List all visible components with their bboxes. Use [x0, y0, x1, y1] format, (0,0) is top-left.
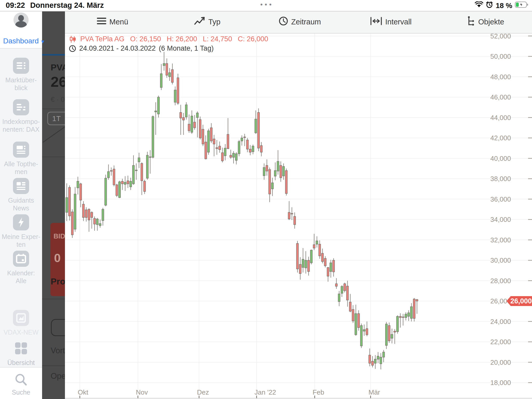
- chart-toolbar: Menü Typ Zeitraum Intervall Objekte: [65, 11, 532, 34]
- dimmed-price: 26: [51, 73, 65, 90]
- svg-text:20,000: 20,000: [490, 358, 511, 366]
- type-label: Typ: [208, 18, 221, 26]
- menu-label: Menü: [109, 18, 128, 26]
- svg-text:52,000: 52,000: [490, 33, 511, 40]
- alarm-icon: [486, 1, 493, 10]
- sidebar-item-label: Übersicht: [0, 359, 42, 367]
- dashboard-selector[interactable]: Dashboard▼: [3, 37, 45, 45]
- status-date: Donnerstag 24. März: [30, 1, 104, 10]
- sidebar-item-label: nenten: DAX: [0, 125, 42, 133]
- svg-text:Mär: Mär: [369, 388, 380, 396]
- sidebar-item-kalender[interactable]: Kalender:Alle: [0, 251, 42, 285]
- widget-tab-indicator: [42, 54, 65, 56]
- svg-text:46,000: 46,000: [490, 93, 511, 101]
- sidebar-item-label: Indexkompo-: [0, 118, 42, 125]
- svg-text:Okt: Okt: [78, 388, 88, 396]
- instrument-name: PVA TePla AG: [80, 35, 124, 43]
- candlestick-chart[interactable]: 18,00020,00022,00024,00026,00028,00030,0…: [65, 33, 532, 399]
- svg-text:38,000: 38,000: [490, 175, 511, 183]
- list-icon: [13, 58, 29, 74]
- interval-button[interactable]: Intervall: [370, 11, 412, 33]
- list-icon: [13, 99, 29, 115]
- sidebar-item-guidants-news[interactable]: GuidantsNews: [0, 178, 42, 212]
- sidebar-header: Dashboard▼: [0, 11, 42, 49]
- dimmed-section-title: Prod: [51, 276, 65, 287]
- dimmed-row-vortag: Vorta: [51, 346, 65, 355]
- sidebar-search[interactable]: Suche: [0, 367, 42, 399]
- objects-icon: [467, 16, 475, 28]
- sidebar-item-indexkomponenten[interactable]: Indexkompo-nenten: DAX: [0, 99, 42, 133]
- svg-text:Nov: Nov: [136, 388, 148, 396]
- avatar[interactable]: [14, 12, 29, 28]
- svg-text:30,000: 30,000: [490, 256, 511, 264]
- sidebar-item-label: Kalender:: [0, 269, 42, 277]
- chevron-down-icon: ▼: [40, 39, 45, 44]
- period-range: 24.09.2021 - 24.03.2022: [79, 44, 156, 52]
- chart-type-icon: [194, 17, 205, 27]
- svg-text:34,000: 34,000: [490, 216, 511, 223]
- sidebar-item-label: Meine Exper-: [0, 233, 42, 241]
- period-label: Zeitraum: [291, 18, 321, 26]
- chart-period-line: 24.09.2021 - 24.03.2022 (6 Monate, 1 Tag…: [69, 44, 214, 52]
- svg-text:18,000: 18,000: [490, 379, 511, 387]
- dimmed-dashboard-strip: PVA 26 € · 0 1T BID 0 Prod Vorta Open: [42, 11, 65, 399]
- sidebar-item-uebersicht[interactable]: Übersicht: [0, 340, 42, 367]
- svg-text:Jan '22: Jan '22: [255, 388, 276, 396]
- svg-text:Feb: Feb: [312, 388, 324, 396]
- interval-icon: [370, 17, 382, 27]
- grid-icon: [13, 353, 29, 357]
- svg-text:48,000: 48,000: [490, 73, 511, 81]
- svg-text:22,000: 22,000: [490, 338, 511, 346]
- dimmed-symbol: PVA: [51, 62, 65, 72]
- period-button[interactable]: Zeitraum: [279, 11, 321, 33]
- status-bar: 09:22 Donnerstag 24. März ••• 18 %: [0, 0, 532, 11]
- legend-low: L: 24,750: [203, 35, 232, 43]
- sidebar-item-label: Marktüber-: [0, 76, 42, 84]
- bid-label: BID: [54, 232, 65, 240]
- chart-legend-ohlc: PVA TePla AG O: 26,150 H: 26,200 L: 24,7…: [69, 35, 270, 43]
- battery-charging-icon: [515, 1, 528, 10]
- clock-icon: [279, 16, 288, 28]
- clock-icon: [69, 45, 76, 52]
- sidebar-item-alle-topthemen[interactable]: Alle Topthe-men: [0, 142, 42, 176]
- sidebar-item-label: men: [0, 168, 42, 176]
- svg-text:50,000: 50,000: [490, 52, 511, 60]
- status-time: 09:22: [6, 1, 25, 10]
- sidebar-item-label: ten: [0, 241, 42, 248]
- sidebar-item-vdax-new[interactable]: VDAX-NEW: [0, 310, 42, 336]
- newspaper-icon: [13, 142, 29, 158]
- battery-percent: 18 %: [496, 2, 512, 10]
- chart-panel[interactable]: 18,00020,00022,00024,00026,00028,00030,0…: [65, 33, 532, 399]
- svg-text:40,000: 40,000: [490, 155, 511, 162]
- bid-value: 0: [54, 251, 61, 265]
- objects-button[interactable]: Objekte: [467, 11, 504, 33]
- chart-image-icon: [13, 310, 29, 326]
- sidebar-search-label: Suche: [0, 388, 42, 396]
- svg-text:Dez: Dez: [197, 388, 209, 396]
- dimmed-currency: € · 0: [51, 96, 65, 104]
- dimmed-sparkline: [42, 112, 65, 143]
- lightning-icon: [13, 214, 29, 230]
- interval-label: Intervall: [385, 18, 412, 26]
- legend-high: H: 26,200: [167, 35, 197, 43]
- sidebar-item-label: Alle: [0, 277, 42, 285]
- svg-text:32,000: 32,000: [490, 236, 511, 244]
- menu-button[interactable]: Menü: [97, 11, 128, 33]
- svg-text:24,000: 24,000: [490, 318, 511, 325]
- sidebar-item-marktueberblick[interactable]: Marktüber-blick: [0, 58, 42, 92]
- sidebar-item-label: VDAX-NEW: [0, 328, 42, 336]
- svg-text:28,000: 28,000: [490, 277, 511, 285]
- sidebar-item-meine-experten[interactable]: Meine Exper-ten: [0, 214, 42, 248]
- newspaper-icon: [13, 178, 29, 194]
- svg-text:42,000: 42,000: [490, 134, 511, 142]
- wifi-icon: [475, 1, 483, 10]
- sidebar-item-label: Guidants: [0, 196, 42, 204]
- legend-open: O: 26,150: [130, 35, 161, 43]
- calendar-icon: [13, 251, 29, 267]
- svg-text:36,000: 36,000: [490, 195, 511, 203]
- svg-text:26,000: 26,000: [510, 297, 532, 305]
- home-indicator-dots[interactable]: •••: [260, 1, 274, 9]
- svg-text:44,000: 44,000: [490, 114, 511, 122]
- type-button[interactable]: Typ: [194, 11, 221, 33]
- period-detail: (6 Monate, 1 Tag): [159, 44, 214, 52]
